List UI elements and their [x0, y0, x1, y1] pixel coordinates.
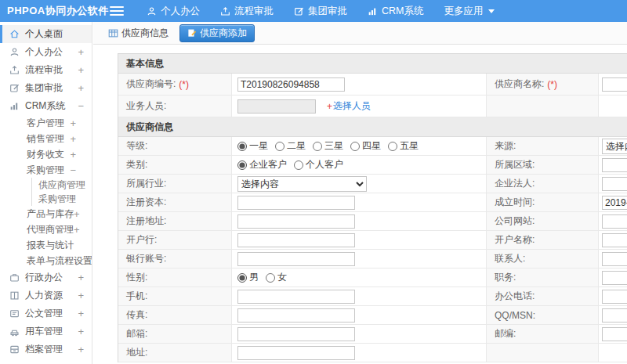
- category-radio-input-0[interactable]: [237, 160, 247, 170]
- sidebar-item-workflow-approval[interactable]: 流程审批+: [0, 61, 92, 79]
- expand-plus-icon[interactable]: +: [70, 150, 76, 160]
- address-input[interactable]: [237, 346, 355, 360]
- position-input[interactable]: [602, 271, 627, 285]
- level-radio-input-4[interactable]: [388, 142, 397, 151]
- tab-supplier-info[interactable]: 供应商信息: [103, 24, 173, 42]
- region-input[interactable]: [602, 158, 627, 172]
- bank-account-input[interactable]: [237, 252, 355, 266]
- business-personnel-input[interactable]: [237, 99, 316, 114]
- gender-radio-input-0[interactable]: [237, 273, 247, 283]
- business-personnel-pick-link[interactable]: 选择人员: [333, 99, 371, 113]
- gender-radio-input-1[interactable]: [266, 273, 275, 283]
- nav-item-workflow-approval[interactable]: 流程审批: [210, 0, 284, 22]
- office-phone-input[interactable]: [602, 290, 627, 304]
- expand-plus-icon[interactable]: +: [78, 47, 84, 57]
- nav-item-crm-system[interactable]: CRM系统: [357, 0, 433, 22]
- sidebar-item-supplier-mgmt[interactable]: 供应商管理: [32, 178, 92, 192]
- sidebar-item-archive-mgmt[interactable]: 档案管理+: [0, 341, 92, 359]
- expand-plus-icon[interactable]: +: [74, 225, 80, 235]
- collapse-minus-icon[interactable]: −: [70, 165, 76, 175]
- sidebar-item-finance-income-expense[interactable]: 财务收支+: [0, 146, 92, 162]
- sidebar-item-sales-mgmt[interactable]: 销售管理+: [0, 131, 92, 146]
- expand-plus-icon[interactable]: +: [70, 134, 76, 144]
- email-input[interactable]: [237, 327, 355, 341]
- expand-plus-icon[interactable]: +: [70, 118, 76, 128]
- bank-branch-input[interactable]: [237, 233, 355, 247]
- form-row: 供应商编号:(*)供应商名称:(*): [118, 74, 627, 96]
- level-radio-input-0[interactable]: [237, 142, 247, 151]
- category-radio-1[interactable]: 个人客户: [294, 158, 343, 171]
- sidebar-item-admin-office[interactable]: 行政办公+: [0, 268, 92, 287]
- sidebar-item-human-resources[interactable]: 人力资源+: [0, 287, 92, 305]
- fax-input[interactable]: [237, 308, 355, 323]
- sidebar-item-purchasing-mgmt[interactable]: 采购管理: [32, 192, 92, 206]
- collapse-minus-icon[interactable]: −: [78, 101, 84, 111]
- level-radio-input-2[interactable]: [313, 142, 322, 151]
- sidebar-item-reports-stats[interactable]: 报表与统计: [0, 237, 92, 253]
- company-website-input[interactable]: [602, 214, 627, 229]
- industry-label: 所属行业:: [118, 175, 232, 193]
- qq-msn-input[interactable]: [602, 308, 627, 323]
- sidebar-item-personal-office[interactable]: 个人办公+: [0, 43, 92, 61]
- level-radio-2[interactable]: 三星: [313, 139, 343, 153]
- source-select[interactable]: 选择内容: [602, 139, 627, 154]
- expand-plus-icon[interactable]: +: [78, 308, 84, 319]
- supplier-code-input[interactable]: [237, 77, 345, 92]
- nav-item-more-apps[interactable]: 更多应用: [433, 0, 505, 22]
- sidebar-item-label: 表单与流程设置: [27, 254, 92, 268]
- account-name-input[interactable]: [602, 233, 627, 247]
- postal-code-input[interactable]: [602, 327, 627, 341]
- sidebar-item-customer-mgmt[interactable]: 客户管理+: [0, 115, 92, 131]
- registered-address-input[interactable]: [237, 214, 355, 229]
- category-radio-0[interactable]: 企业客户: [237, 158, 287, 171]
- expand-plus-icon[interactable]: +: [78, 326, 84, 337]
- sidebar-item-agent-mgmt[interactable]: 代理商管理+: [0, 222, 92, 237]
- sidebar-item-label: 采购管理: [27, 164, 64, 177]
- sidebar-item-label: 采购管理: [38, 193, 76, 206]
- expand-plus-icon[interactable]: +: [74, 209, 80, 219]
- nav-item-group-approval[interactable]: 集团审批: [284, 0, 357, 22]
- sidebar-item-personal-desktop[interactable]: 个人桌面: [0, 25, 92, 43]
- established-date-input[interactable]: [602, 196, 627, 210]
- tab-supplier-add[interactable]: 供应商添加: [179, 24, 255, 42]
- office-phone-field: [599, 287, 627, 305]
- mobile-input[interactable]: [237, 290, 355, 304]
- sidebar-item-vehicle-mgmt[interactable]: 用车管理+: [0, 323, 92, 341]
- registered-capital-input[interactable]: [237, 196, 355, 210]
- form-row: 地址:: [118, 344, 627, 362]
- gender-radio-1[interactable]: 女: [266, 271, 287, 284]
- nav-item-personal-office[interactable]: 个人办公: [136, 0, 210, 22]
- sidebar-item-product-inventory[interactable]: 产品与库存+: [0, 206, 92, 222]
- gender-radio-0[interactable]: 男: [237, 271, 259, 284]
- level-radio-1[interactable]: 二星: [275, 139, 306, 153]
- supplier-name-input[interactable]: [602, 77, 627, 92]
- legal-person-input[interactable]: [602, 177, 627, 191]
- level-radio-3[interactable]: 四星: [350, 139, 381, 153]
- level-radio-0[interactable]: 一星: [237, 139, 268, 153]
- expand-plus-icon[interactable]: +: [78, 272, 84, 283]
- empty-basic-label: [487, 96, 599, 117]
- radio-option-label: 男: [249, 271, 259, 284]
- postal-code-field: [599, 325, 627, 343]
- industry-select[interactable]: 选择内容: [237, 176, 367, 192]
- upload-icon: [220, 6, 230, 16]
- sidebar-item-purchase-mgmt[interactable]: 采购管理−: [0, 162, 92, 178]
- expand-plus-icon[interactable]: +: [78, 83, 84, 93]
- upload-icon: [9, 65, 20, 75]
- contact-person-input[interactable]: [602, 252, 627, 266]
- level-radio-input-1[interactable]: [275, 142, 285, 151]
- sidebar-item-form-workflow-settings[interactable]: 表单与流程设置+: [0, 253, 92, 268]
- expand-plus-icon[interactable]: +: [78, 344, 84, 355]
- level-radio-4[interactable]: 五星: [388, 139, 419, 153]
- sidebar-item-group-approval[interactable]: 集团审批+: [0, 79, 92, 97]
- form-row: 手机:办公电话:: [118, 287, 627, 306]
- sidebar-item-document-mgmt[interactable]: 公文管理+: [0, 305, 92, 323]
- menu-toggle-icon[interactable]: [110, 6, 124, 16]
- category-radio-input-1[interactable]: [294, 160, 303, 170]
- sidebar-item-crm-system[interactable]: CRM系统−: [0, 97, 92, 115]
- expand-plus-icon[interactable]: +: [78, 290, 84, 301]
- qq-msn-label: QQ/MSN:: [487, 306, 599, 324]
- expand-plus-icon[interactable]: +: [78, 65, 84, 75]
- level-radio-input-3[interactable]: [350, 142, 360, 151]
- plus-sign: +: [327, 101, 332, 112]
